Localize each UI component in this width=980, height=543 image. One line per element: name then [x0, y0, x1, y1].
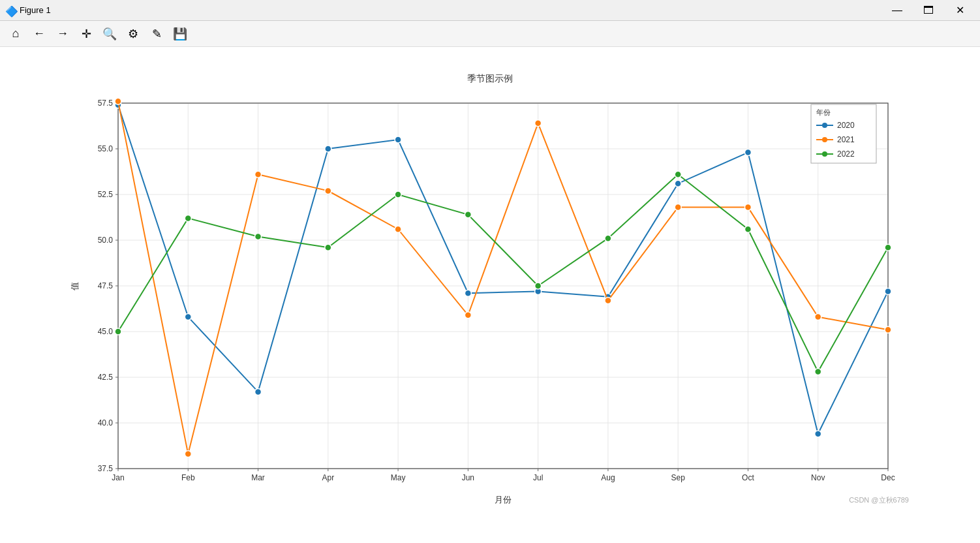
svg-point-94 [255, 233, 262, 240]
chart-svg: 37.540.042.545.047.550.052.555.057.5JanF… [66, 90, 914, 508]
chart-area: 季节图示例 37.540.042.545.047.550.052.555.057… [0, 47, 980, 543]
svg-point-78 [815, 431, 821, 437]
svg-text:57.5: 57.5 [98, 99, 114, 108]
svg-point-81 [185, 451, 191, 458]
svg-text:Apr: Apr [322, 473, 334, 482]
close-button[interactable]: ✕ [945, 0, 975, 21]
svg-text:42.5: 42.5 [98, 373, 114, 382]
svg-text:45.0: 45.0 [98, 327, 114, 336]
svg-point-92 [115, 328, 121, 335]
svg-point-89 [744, 204, 751, 211]
svg-point-91 [885, 326, 891, 333]
svg-point-82 [255, 171, 262, 178]
svg-point-71 [325, 146, 331, 152]
svg-text:Aug: Aug [601, 473, 615, 482]
svg-text:50.0: 50.0 [98, 236, 114, 245]
svg-text:月份: 月份 [495, 495, 512, 504]
svg-point-95 [325, 244, 331, 251]
svg-point-113 [822, 151, 827, 157]
chart-container: 季节图示例 37.540.042.545.047.550.052.555.057… [66, 73, 914, 517]
window-title: Figure 1 [20, 5, 882, 15]
svg-point-73 [465, 290, 471, 296]
svg-text:52.5: 52.5 [98, 190, 114, 199]
app-icon: 🔷 [5, 5, 16, 16]
svg-text:2022: 2022 [837, 149, 855, 159]
minimize-button[interactable]: — [882, 0, 912, 21]
svg-text:Oct: Oct [742, 473, 754, 482]
svg-point-103 [885, 244, 891, 251]
svg-point-77 [744, 149, 751, 156]
svg-point-88 [675, 204, 681, 211]
svg-text:Jul: Jul [533, 473, 543, 482]
svg-text:Jun: Jun [462, 473, 474, 482]
svg-point-110 [822, 137, 827, 142]
svg-point-80 [115, 98, 121, 104]
svg-point-76 [675, 180, 681, 187]
chart-title: 季节图示例 [66, 73, 914, 85]
forward-button[interactable]: → [52, 24, 73, 44]
svg-text:值: 值 [70, 282, 80, 290]
toolbar: ⌂ ← → ✛ 🔍 ⚙ ✎ 💾 [0, 21, 980, 47]
svg-point-72 [395, 136, 401, 143]
svg-point-85 [465, 312, 471, 318]
watermark: CSDN @立秋6789 [849, 495, 909, 505]
svg-text:Sep: Sep [671, 473, 686, 482]
save-button[interactable]: 💾 [170, 24, 191, 44]
svg-point-101 [744, 226, 751, 232]
svg-text:37.5: 37.5 [98, 464, 114, 473]
svg-point-90 [815, 314, 821, 320]
svg-text:40.0: 40.0 [98, 418, 114, 427]
svg-text:Nov: Nov [811, 473, 825, 482]
svg-point-70 [255, 388, 262, 395]
svg-point-100 [675, 171, 681, 178]
svg-text:2020: 2020 [837, 121, 855, 130]
svg-point-84 [395, 226, 401, 232]
svg-text:2021: 2021 [837, 135, 855, 144]
configure-button[interactable]: ⚙ [123, 24, 144, 44]
window-controls: — 🗖 ✕ [882, 0, 975, 21]
svg-text:Mar: Mar [251, 473, 265, 482]
title-bar: 🔷 Figure 1 — 🗖 ✕ [0, 0, 980, 21]
svg-text:Feb: Feb [181, 473, 195, 482]
maximize-button[interactable]: 🗖 [913, 0, 943, 21]
svg-point-102 [815, 369, 821, 375]
svg-point-96 [395, 191, 401, 198]
back-button[interactable]: ← [29, 24, 50, 44]
svg-point-83 [325, 187, 331, 194]
svg-point-97 [465, 211, 471, 218]
svg-point-98 [535, 283, 542, 289]
svg-text:May: May [391, 473, 406, 482]
svg-point-93 [185, 215, 191, 221]
home-button[interactable]: ⌂ [5, 24, 26, 44]
zoom-button[interactable]: 🔍 [99, 24, 120, 44]
svg-text:Dec: Dec [881, 473, 895, 482]
edit-button[interactable]: ✎ [146, 24, 167, 44]
svg-point-99 [605, 235, 611, 241]
svg-point-107 [822, 123, 827, 128]
svg-point-87 [605, 297, 611, 303]
svg-text:47.5: 47.5 [98, 281, 114, 290]
svg-point-79 [885, 288, 891, 294]
svg-text:55.0: 55.0 [98, 144, 114, 153]
svg-point-69 [185, 314, 191, 320]
chart-inner: 37.540.042.545.047.550.052.555.057.5JanF… [66, 90, 914, 508]
svg-text:年份: 年份 [816, 108, 831, 116]
svg-point-86 [535, 120, 542, 127]
window: 🔷 Figure 1 — 🗖 ✕ ⌂ ← → ✛ 🔍 ⚙ ✎ 💾 季节图示例 3… [0, 0, 980, 543]
pan-button[interactable]: ✛ [76, 24, 97, 44]
svg-text:Jan: Jan [112, 473, 124, 482]
